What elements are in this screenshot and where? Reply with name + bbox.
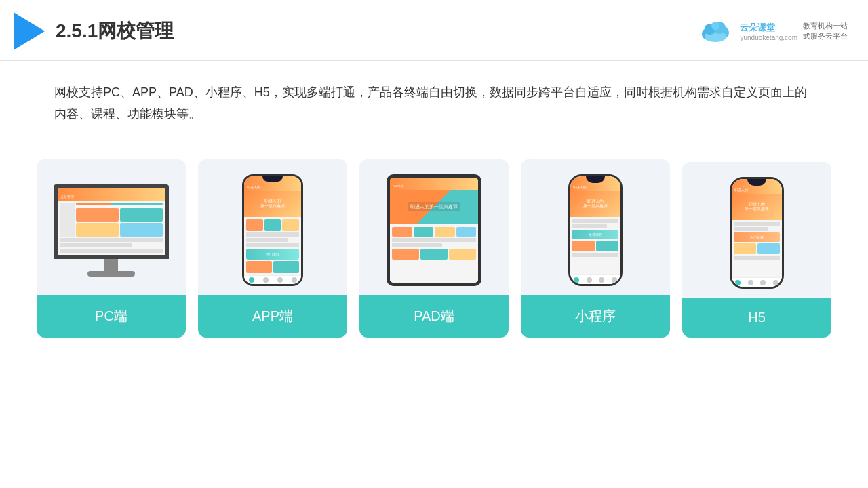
pc-image-area: 云朵管理 — [37, 159, 186, 295]
app-grid — [246, 219, 299, 231]
app-image-area: 职进人的 职进人的第一堂兴趣课 — [198, 159, 347, 295]
miniprogram-label: 小程序 — [521, 295, 670, 338]
miniprogram-phone-icon: 职进人的 职进人的第一堂兴趣课 推荐课程 — [568, 174, 623, 286]
h5-image-area: 职进人的 职进人的第一堂兴趣课 热门推荐 — [682, 162, 831, 298]
brand-tagline: 教育机构一站式服务云平台 — [803, 21, 848, 42]
header: 2.5.1网校管理 云朵课堂 yunduoketang.com 教育机构一站式服… — [0, 0, 868, 61]
brand-logo-icon — [696, 19, 734, 43]
pc-label: PC端 — [37, 295, 186, 338]
cards-container: 云朵管理 — [0, 146, 868, 365]
h5-phone-icon: 职进人的 职进人的第一堂兴趣课 热门推荐 — [730, 177, 784, 289]
card-miniprogram: 职进人的 职进人的第一堂兴趣课 推荐课程 — [521, 159, 670, 338]
brand-name: 云朵课堂 — [740, 22, 797, 34]
brand-info: 云朵课堂 yunduoketang.com — [740, 22, 797, 41]
card-pad: PAD管理 职进人的第一堂兴趣课 — [359, 159, 509, 338]
card-h5: 职进人的 职进人的第一堂兴趣课 热门推荐 — [682, 162, 831, 338]
card-app: 职进人的 职进人的第一堂兴趣课 — [198, 159, 347, 338]
brand-url: yunduoketang.com — [740, 34, 797, 41]
description-text: 网校支持PC、APP、PAD、小程序、H5，实现多端打通，产品各终端自由切换，数… — [0, 61, 868, 139]
pad-tablet-icon: PAD管理 职进人的第一堂兴趣课 — [387, 174, 481, 286]
svg-point-5 — [711, 22, 719, 30]
h5-label: H5 — [682, 298, 831, 338]
app-label: APP端 — [198, 295, 347, 338]
pad-label: PAD端 — [359, 295, 509, 338]
miniprogram-image-area: 职进人的 职进人的第一堂兴趣课 推荐课程 — [521, 159, 670, 295]
header-left: 2.5.1网校管理 — [14, 12, 174, 50]
app-phone-icon: 职进人的 职进人的第一堂兴趣课 — [242, 174, 303, 286]
header-right: 云朵课堂 yunduoketang.com 教育机构一站式服务云平台 — [696, 19, 848, 43]
card-pc: 云朵管理 — [37, 159, 186, 338]
pc-monitor-icon: 云朵管理 — [54, 184, 169, 277]
logo-triangle-icon — [14, 12, 45, 50]
pad-image-area: PAD管理 职进人的第一堂兴趣课 — [359, 159, 509, 295]
description-content: 网校支持PC、APP、PAD、小程序、H5，实现多端打通，产品各终端自由切换，数… — [54, 81, 814, 125]
page-title: 2.5.1网校管理 — [56, 18, 174, 44]
